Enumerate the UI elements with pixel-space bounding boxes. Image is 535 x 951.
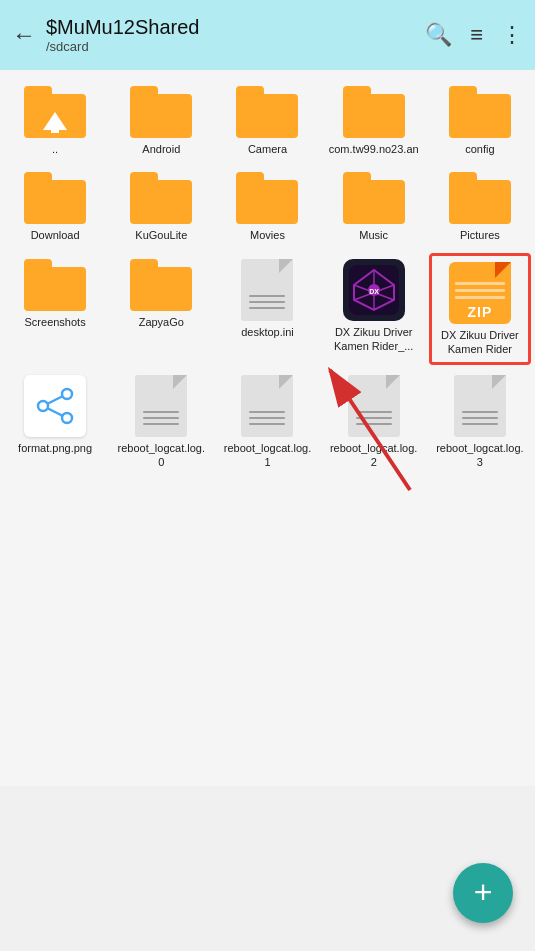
folder-label-kugoulite: KuGouLite [135,228,187,242]
folder-icon-zapyago [130,259,192,311]
folder-item-android[interactable]: Android [110,80,212,162]
folder-icon-movies [236,172,298,224]
folder-icon-pictures [449,172,511,224]
app-icon-dxzikuu: DX [343,259,405,321]
doc-icon-reboot-log1 [241,375,293,437]
fab-add-button[interactable]: + [453,863,513,923]
fab-plus-icon: + [474,876,493,908]
search-icon[interactable]: 🔍 [425,22,452,48]
folder-item-music[interactable]: Music [323,166,425,248]
file-item-reboot-log1[interactable]: reboot_logcat.log.1 [216,369,318,476]
folder-up-icon [24,86,86,138]
folder-item-kugoulite[interactable]: KuGouLite [110,166,212,248]
svg-point-8 [62,413,72,423]
folder-label-camera: Camera [248,142,287,156]
folder-item-pictures[interactable]: Pictures [429,166,531,248]
doc-icon-reboot-log3 [454,375,506,437]
share-icon-format-png [24,375,86,437]
file-label-reboot-log1: reboot_logcat.log.1 [222,441,312,470]
folder-icon-download [24,172,86,224]
doc-icon-reboot-log2 [348,375,400,437]
file-item-reboot-log0[interactable]: reboot_logcat.log.0 [110,369,212,476]
folder-label-android: Android [142,142,180,156]
file-item-reboot-log2[interactable]: reboot_logcat.log.2 [323,369,425,476]
zip-icon-dx-zikuu: ZIP [449,262,511,324]
file-label-dx-zikuu-zip: DX Zikuu Driver Kamen Rider [435,328,525,357]
folder-label-movies: Movies [250,228,285,242]
folder-icon-kugoulite [130,172,192,224]
folder-label-screenshots: Screenshots [25,315,86,329]
folder-label-config: config [465,142,494,156]
folder-item-movies[interactable]: Movies [216,166,318,248]
folder-item-com-tw99[interactable]: com.tw99.no23.an [323,80,425,162]
file-item-dx-zikuu-zip[interactable]: ZIP DX Zikuu Driver Kamen Rider [429,253,531,366]
folder-item-config[interactable]: config [429,80,531,162]
list-view-icon[interactable]: ≡ [470,22,483,48]
page-title: $MuMu12Shared [46,16,425,39]
file-label-dx-zikuu-app: DX Zikuu Driver Kamen Rider_... [329,325,419,354]
folder-item-download[interactable]: Download [4,166,106,248]
file-label-format-png: format.png.png [18,441,92,455]
folder-item-parent[interactable]: .. [4,80,106,162]
folder-icon-com-tw99 [343,86,405,138]
folder-label-download: Download [31,228,80,242]
folder-item-zapyago[interactable]: ZapyaGo [110,253,212,366]
page-subtitle: /sdcard [46,39,425,54]
file-item-desktop-ini[interactable]: desktop.ini [216,253,318,366]
folder-icon-config [449,86,511,138]
folder-icon-android [130,86,192,138]
top-bar: ← $MuMu12Shared /sdcard 🔍 ≡ ⋮ [0,0,535,70]
back-button[interactable]: ← [12,21,36,49]
title-group: $MuMu12Shared /sdcard [46,16,425,54]
folder-item-camera[interactable]: Camera [216,80,318,162]
file-item-dx-zikuu-app[interactable]: DX DX Zikuu Driver Kamen Rider_... [323,253,425,366]
folder-label-music: Music [359,228,388,242]
folder-item-screenshots[interactable]: Screenshots [4,253,106,366]
folder-label-com-tw99: com.tw99.no23.an [329,142,419,156]
doc-icon-reboot-log0 [135,375,187,437]
folder-label-pictures: Pictures [460,228,500,242]
file-label-reboot-log3: reboot_logcat.log.3 [435,441,525,470]
svg-point-7 [62,389,72,399]
top-bar-icons: 🔍 ≡ ⋮ [425,22,523,48]
file-grid: .. Android Camera com.tw99.no23.an confi… [0,70,535,486]
folder-icon-screenshots [24,259,86,311]
file-item-reboot-log3[interactable]: reboot_logcat.log.3 [429,369,531,476]
file-label-reboot-log0: reboot_logcat.log.0 [116,441,206,470]
more-options-icon[interactable]: ⋮ [501,22,523,48]
svg-line-11 [48,409,62,416]
folder-label-zapyago: ZapyaGo [139,315,184,329]
folder-icon-music [343,172,405,224]
file-label-reboot-log2: reboot_logcat.log.2 [329,441,419,470]
empty-area [0,486,535,786]
folder-icon-camera [236,86,298,138]
svg-point-9 [38,401,48,411]
folder-label-parent: .. [52,142,58,156]
svg-line-10 [48,397,62,404]
svg-text:DX: DX [369,288,379,295]
doc-icon-desktop-ini [241,259,293,321]
file-label-desktop-ini: desktop.ini [241,325,294,339]
file-item-format-png[interactable]: format.png.png [4,369,106,476]
